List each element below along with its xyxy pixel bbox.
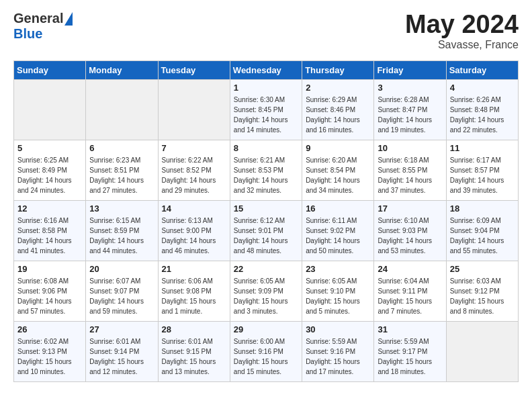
title-location: Savasse, France xyxy=(405,39,519,51)
sunrise-text: Sunrise: 6:26 AM xyxy=(450,95,515,105)
day-number: 30 xyxy=(306,324,370,334)
day-number: 3 xyxy=(378,83,442,93)
daylight-text: Daylight: 15 hours and 13 minutes. xyxy=(162,357,226,377)
day-number: 1 xyxy=(234,83,298,93)
day-number: 20 xyxy=(89,264,154,274)
day-number: 12 xyxy=(17,203,82,214)
day-number: 31 xyxy=(378,324,442,334)
daylight-text: Daylight: 14 hours and 14 minutes. xyxy=(234,115,298,135)
calendar-cell: 3Sunrise: 6:28 AMSunset: 8:47 PMDaylight… xyxy=(374,79,446,140)
sunset-text: Sunset: 9:04 PM xyxy=(450,226,515,236)
day-number: 25 xyxy=(450,264,515,274)
sunset-text: Sunset: 8:49 PM xyxy=(17,165,82,175)
calendar-cell xyxy=(446,321,518,381)
daylight-text: Daylight: 14 hours and 24 minutes. xyxy=(17,175,82,195)
sunrise-text: Sunrise: 6:29 AM xyxy=(306,95,370,105)
calendar-cell: 5Sunrise: 6:25 AMSunset: 8:49 PMDaylight… xyxy=(14,140,86,200)
sunrise-text: Sunrise: 5:59 AM xyxy=(306,336,370,347)
day-number: 2 xyxy=(306,83,370,93)
day-number: 6 xyxy=(89,143,154,153)
calendar-cell: 27Sunrise: 6:01 AMSunset: 9:14 PMDayligh… xyxy=(86,321,158,381)
daylight-text: Daylight: 14 hours and 46 minutes. xyxy=(162,236,226,256)
day-number: 18 xyxy=(450,203,515,214)
title-month: May 2024 xyxy=(405,11,519,39)
daylight-text: Daylight: 14 hours and 55 minutes. xyxy=(450,236,515,256)
day-number: 24 xyxy=(378,264,442,274)
sunrise-text: Sunrise: 6:10 AM xyxy=(378,216,442,226)
daylight-text: Daylight: 15 hours and 3 minutes. xyxy=(234,296,298,316)
calendar-cell: 15Sunrise: 6:12 AMSunset: 9:01 PMDayligh… xyxy=(230,200,302,261)
col-thursday: Thursday xyxy=(302,60,374,79)
col-friday: Friday xyxy=(374,60,446,79)
sunrise-text: Sunrise: 6:11 AM xyxy=(306,216,370,226)
daylight-text: Daylight: 14 hours and 44 minutes. xyxy=(89,236,154,256)
day-number: 10 xyxy=(378,143,442,153)
sunset-text: Sunset: 9:12 PM xyxy=(450,286,515,296)
title-block: May 2024 Savasse, France xyxy=(405,11,519,51)
logo-general: General xyxy=(13,11,63,26)
sunrise-text: Sunrise: 6:16 AM xyxy=(17,216,82,226)
day-number: 27 xyxy=(89,324,154,334)
sunrise-text: Sunrise: 6:25 AM xyxy=(17,155,82,165)
sunrise-text: Sunrise: 6:17 AM xyxy=(450,155,515,165)
sunrise-text: Sunrise: 6:12 AM xyxy=(234,216,298,226)
calendar-cell: 30Sunrise: 5:59 AMSunset: 9:16 PMDayligh… xyxy=(302,321,374,381)
daylight-text: Daylight: 15 hours and 17 minutes. xyxy=(306,357,370,377)
calendar-cell: 4Sunrise: 6:26 AMSunset: 8:48 PMDaylight… xyxy=(446,79,518,140)
day-number: 8 xyxy=(234,143,298,153)
sunset-text: Sunset: 9:14 PM xyxy=(89,347,154,357)
col-wednesday: Wednesday xyxy=(230,60,302,79)
calendar-cell: 24Sunrise: 6:04 AMSunset: 9:11 PMDayligh… xyxy=(374,261,446,321)
daylight-text: Daylight: 14 hours and 29 minutes. xyxy=(162,175,226,195)
sunrise-text: Sunrise: 6:02 AM xyxy=(17,336,82,347)
calendar-cell: 22Sunrise: 6:05 AMSunset: 9:09 PMDayligh… xyxy=(230,261,302,321)
sunset-text: Sunset: 9:01 PM xyxy=(234,226,298,236)
sunset-text: Sunset: 8:57 PM xyxy=(450,165,515,175)
sunset-text: Sunset: 8:48 PM xyxy=(450,105,515,115)
calendar-cell: 18Sunrise: 6:09 AMSunset: 9:04 PMDayligh… xyxy=(446,200,518,261)
sunset-text: Sunset: 9:16 PM xyxy=(306,347,370,357)
calendar-cell: 17Sunrise: 6:10 AMSunset: 9:03 PMDayligh… xyxy=(374,200,446,261)
sunset-text: Sunset: 9:16 PM xyxy=(234,347,298,357)
logo-triangle-icon xyxy=(64,12,73,26)
calendar-cell: 10Sunrise: 6:18 AMSunset: 8:55 PMDayligh… xyxy=(374,140,446,200)
logo-blue: Blue xyxy=(13,26,73,42)
calendar-cell xyxy=(158,79,230,140)
daylight-text: Daylight: 14 hours and 39 minutes. xyxy=(450,175,515,195)
sunrise-text: Sunrise: 6:01 AM xyxy=(162,336,226,347)
day-number: 13 xyxy=(89,203,154,214)
day-number: 9 xyxy=(306,143,370,153)
daylight-text: Daylight: 15 hours and 12 minutes. xyxy=(89,357,154,377)
sunset-text: Sunset: 8:53 PM xyxy=(234,165,298,175)
day-number: 4 xyxy=(450,83,515,93)
daylight-text: Daylight: 15 hours and 18 minutes. xyxy=(378,357,442,377)
calendar-cell: 11Sunrise: 6:17 AMSunset: 8:57 PMDayligh… xyxy=(446,140,518,200)
sunset-text: Sunset: 8:58 PM xyxy=(17,226,82,236)
daylight-text: Daylight: 14 hours and 59 minutes. xyxy=(89,296,154,316)
sunset-text: Sunset: 8:46 PM xyxy=(306,105,370,115)
sunset-text: Sunset: 8:54 PM xyxy=(306,165,370,175)
calendar-cell: 14Sunrise: 6:13 AMSunset: 9:00 PMDayligh… xyxy=(158,200,230,261)
sunset-text: Sunset: 9:00 PM xyxy=(162,226,226,236)
sunrise-text: Sunrise: 6:06 AM xyxy=(162,276,226,286)
calendar-cell: 29Sunrise: 6:00 AMSunset: 9:16 PMDayligh… xyxy=(230,321,302,381)
week-row-3: 19Sunrise: 6:08 AMSunset: 9:06 PMDayligh… xyxy=(14,261,519,321)
sunrise-text: Sunrise: 6:28 AM xyxy=(378,95,442,105)
day-number: 7 xyxy=(162,143,226,153)
day-number: 26 xyxy=(17,324,82,334)
calendar-cell: 16Sunrise: 6:11 AMSunset: 9:02 PMDayligh… xyxy=(302,200,374,261)
sunset-text: Sunset: 9:02 PM xyxy=(306,226,370,236)
day-number: 5 xyxy=(17,143,82,153)
calendar-cell: 12Sunrise: 6:16 AMSunset: 8:58 PMDayligh… xyxy=(14,200,86,261)
daylight-text: Daylight: 15 hours and 7 minutes. xyxy=(378,296,442,316)
calendar-cell: 2Sunrise: 6:29 AMSunset: 8:46 PMDaylight… xyxy=(302,79,374,140)
sunset-text: Sunset: 9:03 PM xyxy=(378,226,442,236)
sunrise-text: Sunrise: 6:13 AM xyxy=(162,216,226,226)
sunrise-text: Sunrise: 6:18 AM xyxy=(378,155,442,165)
page: General Blue May 2024 Savasse, France Su… xyxy=(0,0,532,393)
sunrise-text: Sunrise: 6:00 AM xyxy=(234,336,298,347)
calendar-cell: 8Sunrise: 6:21 AMSunset: 8:53 PMDaylight… xyxy=(230,140,302,200)
sunrise-text: Sunrise: 6:03 AM xyxy=(450,276,515,286)
calendar-cell xyxy=(86,79,158,140)
daylight-text: Daylight: 14 hours and 16 minutes. xyxy=(306,115,370,135)
